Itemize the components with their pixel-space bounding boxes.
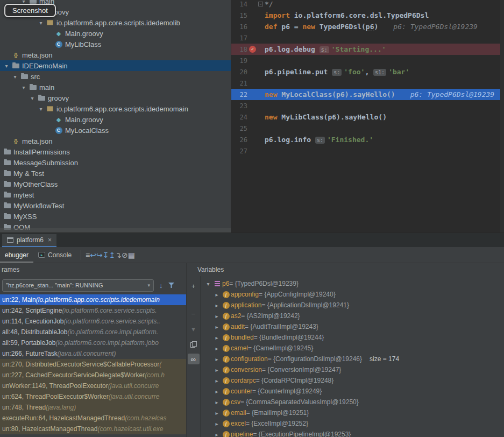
tree-row-io-platform6-app-core-scripts-idedemolib[interactable]: ▾io.platform6.app.core.scripts.idedemoli…: [0, 17, 231, 28]
tree-row-main-groovy[interactable]: ◆Main.groovy: [0, 28, 231, 39]
frame-row[interactable]: un:80, HazelcastManagedThread (com.hazel…: [0, 424, 186, 434]
editor-line-25[interactable]: 25: [231, 123, 504, 134]
frame-row[interactable]: all:48, DistributableJob (io.platform6.c…: [0, 327, 186, 337]
chevron-right-icon[interactable]: ▸: [212, 302, 221, 308]
step-over-icon[interactable]: ↪: [96, 251, 103, 259]
screenshot-button[interactable]: Screenshot: [4, 4, 56, 17]
variable-row-appconfig[interactable]: ▸fappconfig = {AppConfigImpl@19240}: [201, 289, 504, 300]
editor-line-14[interactable]: 14-*/: [231, 0, 504, 10]
variable-row-conversion[interactable]: ▸fconversion = {ConversionImpl@19247}: [201, 364, 504, 375]
chevron-right-icon[interactable]: ▸: [212, 292, 221, 298]
editor-line-19[interactable]: 19: [231, 55, 504, 66]
chevron-right-icon[interactable]: ▸: [212, 410, 221, 416]
chevron-right-icon[interactable]: ▸: [212, 399, 221, 405]
variable-row-excel[interactable]: ▸fexcel = {ExcelImpl@19252}: [201, 418, 504, 429]
variable-row-bundled[interactable]: ▸fbundled = {BundledImpl@19244}: [201, 332, 504, 343]
chevron-down-icon[interactable]: ▾: [204, 281, 212, 287]
breakpoint-icon[interactable]: ✓: [249, 46, 256, 53]
editor-line-23[interactable]: 23: [231, 100, 504, 111]
editor-line-17[interactable]: 17: [231, 32, 504, 44]
chevron-right-icon[interactable]: ▸: [212, 346, 221, 351]
chevron-right-icon[interactable]: ▸: [212, 389, 221, 394]
variable-row-configuration[interactable]: ▸fconfiguration = {ConfigurationDslImpl@…: [201, 354, 504, 364]
chevron-right-icon[interactable]: ▸: [212, 367, 221, 373]
tree-row-mylocalclass[interactable]: CMyLocalClass: [0, 125, 231, 136]
chevron-down-icon[interactable]: ▾: [37, 20, 45, 26]
thread-dropdown[interactable]: "hz.p6core_stan... "main": RUNNING ▾: [2, 279, 154, 292]
tree-row-my-test[interactable]: My & Test: [0, 168, 231, 179]
add-watch-icon[interactable]: +: [188, 280, 200, 291]
move-watch-down-icon[interactable]: ▾: [188, 323, 200, 334]
frame-row[interactable]: un:114, ExecutionJob (io.platform6.core.…: [0, 316, 186, 327]
frame-row[interactable]: all:59, PortableJob (io.platform6.core.i…: [0, 337, 186, 348]
variable-row-cordarpc[interactable]: ▸fcordarpc = {CordaRPCImpl@19248}: [201, 375, 504, 386]
chevron-down-icon[interactable]: ▾: [2, 63, 11, 69]
variable-row-email[interactable]: ▸femail = {EmailImpl@19251}: [201, 407, 504, 418]
variable-row-p6[interactable]: ▾p6 = {TypedP6Dsl@19239}: [201, 278, 504, 289]
editor-line-26[interactable]: 26p6.log.info s:'Finished.': [231, 134, 504, 145]
variable-row-camel[interactable]: ▸fcamel = {CamelImpl@19245}: [201, 343, 504, 354]
tree-row-messagesubmission[interactable]: MessageSubmission: [0, 157, 231, 168]
chevron-down-icon[interactable]: ▾: [11, 74, 19, 80]
frame-row[interactable]: un:624, ThreadPoolExecutor$Worker (java.…: [0, 391, 186, 402]
frame-row[interactable]: un:22, Main (io.platform6.app.core.scrip…: [0, 294, 186, 305]
mute-breakpoints-icon[interactable]: ⊘: [122, 251, 128, 259]
remove-watch-icon[interactable]: −: [188, 308, 200, 319]
fold-icon[interactable]: -: [258, 2, 263, 6]
drop-frame-icon[interactable]: ↴: [115, 251, 122, 259]
tree-row-main-groovy[interactable]: ◆Main.groovy: [0, 114, 231, 125]
tree-row-io-platform6-app-core-scripts-idedemomain[interactable]: ▾io.platform6.app.core.scripts.idedemoma…: [0, 103, 231, 114]
frame-row[interactable]: unWorker:1149, ThreadPoolExecutor (java.…: [0, 380, 186, 391]
chevron-down-icon[interactable]: ▾: [37, 106, 45, 112]
code-editor[interactable]: 14-*/15import io.platform6.core.dsl.Type…: [231, 0, 504, 232]
frame-row[interactable]: un:270, DistributedExecutorService$Calla…: [0, 359, 186, 370]
editor-scrollbar[interactable]: [500, 0, 504, 232]
view-breakpoints-icon[interactable]: ▦: [128, 251, 135, 259]
frame-row[interactable]: un:748, Thread (java.lang): [0, 402, 186, 413]
tree-row-idedemomain[interactable]: ▾IDEDemoMain: [0, 60, 231, 71]
tree-row-meta-json[interactable]: {}meta.json: [0, 136, 231, 146]
close-icon[interactable]: ×: [48, 236, 52, 244]
tree-row-myxss[interactable]: MyXSS: [0, 211, 231, 222]
editor-line-18[interactable]: 18✓p6.log.debug s:'Starting...': [231, 44, 504, 55]
editor-line-27[interactable]: 27: [231, 145, 504, 157]
editor-line-22[interactable]: 22new MyLocalClass(p6).sayHello()p6: Typ…: [231, 89, 504, 100]
variable-row-application[interactable]: ▸fapplication = {ApplicationDslImpl@1924…: [201, 300, 504, 311]
variable-row-audit[interactable]: ▸faudit = {AuditTrailImpl@19243}: [201, 321, 504, 332]
thread-navigate-icon[interactable]: ↓: [159, 281, 163, 290]
editor-line-20[interactable]: 20p6.pipeline.put s:'foo', s1:'bar': [231, 66, 504, 77]
tree-horizontal-scrollbar[interactable]: [0, 228, 231, 232]
tab-debugger[interactable]: ebugger: [0, 247, 33, 263]
step-into-icon[interactable]: ↧: [103, 251, 109, 259]
editor-line-16[interactable]: 16def p6 = new TypedP6Dsl(p6)p6: TypedP6…: [231, 21, 504, 32]
editor-line-24[interactable]: 24new MyLibClass(p6).sayHello(): [231, 111, 504, 123]
variable-row-as2[interactable]: ▸fas2 = {AS2Impl@19242}: [201, 311, 504, 321]
chevron-right-icon[interactable]: ▸: [212, 378, 221, 384]
watches-toggle-icon[interactable]: ∞: [188, 354, 200, 364]
filter-icon[interactable]: [168, 281, 174, 290]
tree-row-myworkflowtest[interactable]: MyWorkflowTest: [0, 200, 231, 211]
frame-row[interactable]: un:242, ScriptEngine (io.platform6.core.…: [0, 305, 186, 316]
tree-row-groovy[interactable]: ▾groovy: [0, 93, 231, 103]
tree-row-mytest[interactable]: mytest: [0, 189, 231, 200]
variable-row-counter[interactable]: ▸fcounter = {CounterImpl@19249}: [201, 386, 504, 397]
chevron-right-icon[interactable]: ▸: [212, 432, 221, 437]
chevron-right-icon[interactable]: ▸: [212, 421, 221, 427]
tree-row-src[interactable]: ▾src: [0, 71, 231, 82]
frame-row[interactable]: un:227, CachedExecutorServiceDelegate$Wo…: [0, 370, 186, 380]
frame-row[interactable]: executeRun:64, HazelcastManagedThread (c…: [0, 413, 186, 424]
editor-line-21[interactable]: 21: [231, 77, 504, 89]
tree-row-installpermissions[interactable]: InstallPermissions: [0, 146, 231, 157]
variable-row-pipeline[interactable]: ▸fpipeline = {ExecutionPipelineImpl@1925…: [201, 429, 504, 437]
show-execution-point-icon[interactable]: ↩: [90, 251, 96, 259]
tree-row-main[interactable]: ▾main: [0, 82, 231, 93]
tree-row-mylibclass[interactable]: CMyLibClass: [0, 39, 231, 50]
tab-console[interactable]: ▸ Console: [33, 247, 76, 263]
copy-icon[interactable]: [188, 339, 200, 349]
chevron-down-icon[interactable]: ▾: [19, 84, 28, 90]
tree-row-myotherclass[interactable]: MyOtherClass: [0, 179, 231, 189]
variable-row-csv[interactable]: ▸fcsv = {CommaSeparatedValuesImpl@19250}: [201, 397, 504, 407]
tab-platform6[interactable]: platform6 ×: [2, 234, 56, 247]
chevron-right-icon[interactable]: ▸: [212, 356, 221, 362]
chevron-right-icon[interactable]: ▸: [212, 335, 221, 341]
